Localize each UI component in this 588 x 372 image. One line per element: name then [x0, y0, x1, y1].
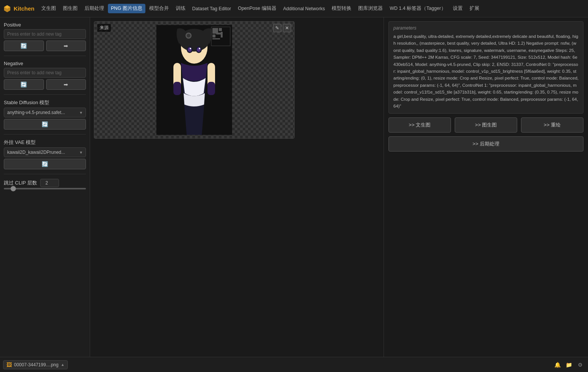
negative-section: Negative 🔄 ➡ [4, 61, 86, 90]
nav-item-dataset-tag[interactable]: Dataset Tag Editor [189, 5, 234, 13]
negative-input[interactable] [4, 68, 86, 78]
tray-icon-3[interactable]: ⚙ [575, 360, 585, 370]
clip-slider-wrap [4, 188, 86, 189]
sd-model-select[interactable]: anything-v4.5-pruned.safet... [4, 108, 86, 117]
nav-item-merge[interactable]: 模型合并 [146, 4, 172, 13]
right-panel: parameters a girl,best quality, ultra-de… [384, 17, 588, 357]
taskbar-file-icon: 🖼 [6, 362, 12, 368]
vae-label: 外挂 VAE 模型 [4, 139, 86, 146]
sd-model-select-wrap: anything-v4.5-pruned.safet... ▼ [4, 108, 86, 117]
clip-label: 跳过 CLIP 层数 [4, 180, 37, 186]
negative-arrow-btn[interactable]: ➡ [46, 79, 86, 90]
vae-refresh-btn[interactable]: 🔄 [4, 159, 86, 169]
app-logo: Kitchen [3, 5, 34, 13]
svg-rect-13 [173, 82, 181, 95]
divider-2 [4, 94, 86, 95]
center-panel: 来源 ✎ ✕ [90, 17, 384, 357]
inpaint-btn[interactable]: >> 重绘 [521, 117, 583, 133]
positive-section: Positive 🔄 ➡ [4, 22, 86, 51]
nav-item-settings[interactable]: 设置 [450, 4, 466, 13]
svg-rect-17 [219, 28, 222, 31]
negative-label: Negative [4, 61, 86, 66]
svg-rect-14 [207, 82, 215, 95]
positive-arrow-btn[interactable]: ➡ [46, 41, 86, 51]
tray-icon-1[interactable]: 🔔 [552, 360, 562, 370]
taskbar-file-item[interactable]: 🖼 00007-3447199....png ▲ [3, 360, 68, 369]
top-navigation: Kitchen 文生图图生图后期处理PNG 图片信息模型合并训练Dataset … [0, 0, 588, 17]
sd-model-label: Stable Diffusion 模型 [4, 99, 86, 106]
nav-item-openpose[interactable]: OpenPose 编辑器 [235, 4, 279, 13]
svg-rect-18 [212, 34, 215, 38]
nav-item-image-browser[interactable]: 图库浏览器 [355, 4, 386, 13]
clip-slider[interactable] [4, 188, 86, 189]
nav-item-txt2img[interactable]: 文生图 [38, 4, 59, 13]
divider-3 [4, 134, 86, 134]
params-section: parameters a girl,best quality, ultra-de… [388, 21, 583, 114]
divider-1 [4, 56, 86, 56]
image-controls: ✎ ✕ [273, 24, 291, 32]
left-sidebar: Positive 🔄 ➡ Negative 🔄 ➡ Stable Diffusi… [0, 17, 90, 357]
positive-input[interactable] [4, 29, 86, 39]
action-buttons-row1: >> 文生图 >> 图生图 >> 重绘 [388, 117, 583, 133]
nav-item-train[interactable]: 训练 [173, 4, 189, 13]
nav-item-additional-networks[interactable]: Additional Networks [280, 5, 328, 13]
taskbar-file-name: 00007-3447199....png [14, 362, 58, 367]
vae-select[interactable]: kawaii2D_kawaii2DPruned... [4, 147, 86, 157]
svg-rect-21 [221, 32, 223, 38]
divider-4 [4, 174, 86, 174]
image-edit-btn[interactable]: ✎ [273, 24, 281, 32]
sd-model-refresh-btn[interactable]: 🔄 [4, 119, 86, 130]
positive-label: Positive [4, 22, 86, 28]
negative-refresh-btn[interactable]: 🔄 [4, 79, 44, 90]
clip-section: 跳过 CLIP 层数 [4, 179, 86, 189]
image-close-btn[interactable]: ✕ [283, 24, 291, 32]
main-layout: Positive 🔄 ➡ Negative 🔄 ➡ Stable Diffusi… [0, 17, 588, 357]
positive-refresh-btn[interactable]: 🔄 [4, 41, 44, 51]
svg-rect-20 [212, 38, 220, 39]
params-title: parameters [393, 25, 579, 31]
txt2img-btn[interactable]: >> 文生图 [388, 117, 451, 133]
nav-item-extensions[interactable]: 扩展 [466, 4, 482, 13]
nav-item-model-convert[interactable]: 模型转换 [329, 4, 354, 13]
image-container: 来源 ✎ ✕ [94, 21, 295, 139]
nav-item-wd-tagger[interactable]: WD 1.4 标签器（Tagger） [387, 4, 449, 13]
img2img-btn[interactable]: >> 图生图 [455, 117, 517, 133]
nav-item-img2img[interactable]: 图生图 [60, 4, 81, 13]
postprocess-btn[interactable]: >> 后期处理 [388, 136, 583, 152]
tray-icon-2[interactable]: 📁 [564, 360, 574, 370]
anime-image [156, 25, 232, 135]
params-text: a girl,best quality, ultra-detailed, ext… [393, 33, 579, 109]
svg-point-4 [187, 34, 190, 38]
nav-item-extras[interactable]: 后期处理 [81, 4, 107, 13]
nav-item-png-info[interactable]: PNG 图片信息 [108, 4, 145, 13]
taskbar: 🖼 00007-3447199....png ▲ 🔔 📁 ⚙ [0, 357, 588, 372]
sd-model-section: Stable Diffusion 模型 anything-v4.5-pruned… [4, 99, 86, 130]
image-label: 来源 [97, 24, 111, 32]
svg-point-10 [199, 48, 200, 49]
vae-select-wrap: kawaii2D_kawaii2DPruned... ▼ [4, 147, 86, 157]
svg-rect-19 [216, 33, 221, 34]
taskbar-chevron-icon: ▲ [61, 363, 64, 367]
image-canvas[interactable] [94, 22, 294, 138]
vae-section: 外挂 VAE 模型 kawaii2D_kawaii2DPruned... ▼ 🔄 [4, 139, 86, 169]
app-title: Kitchen [14, 5, 34, 12]
svg-point-9 [190, 48, 191, 49]
taskbar-icons: 🔔 📁 ⚙ [552, 360, 585, 370]
